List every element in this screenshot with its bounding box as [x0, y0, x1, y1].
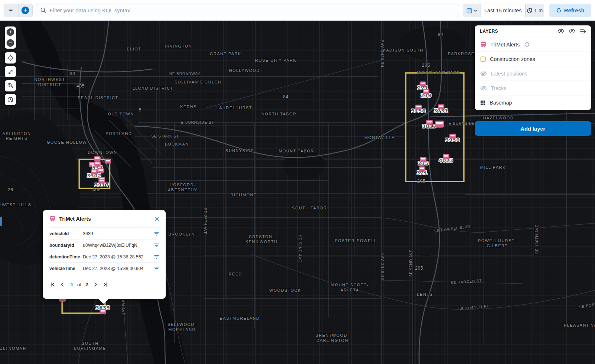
hide-all-layers-button[interactable] [558, 29, 564, 34]
eye-slash-icon [480, 86, 487, 91]
filter-button-group: + [4, 4, 33, 17]
page-of-label: of [77, 282, 81, 287]
grid-icon [480, 100, 486, 106]
collapse-panel-button[interactable] [580, 29, 586, 34]
minus-icon: − [7, 39, 14, 47]
prev-page-button[interactable] [60, 281, 65, 288]
set-view-button[interactable] [5, 52, 16, 64]
bus-marker-icon [420, 82, 426, 86]
show-all-layers-button[interactable] [569, 29, 575, 34]
eye-slash-icon [558, 29, 564, 34]
field-value: u0Whq4wBJZWj3xEIUFqN [83, 243, 154, 248]
close-icon [154, 217, 159, 221]
yellow-square-icon [480, 56, 486, 62]
vehicle-marker-3950[interactable]: 3950 [445, 134, 460, 143]
popup-field-row: boundaryIdu0Whq4wBJZWj3xEIUFqN [49, 240, 159, 251]
layer-row-latest-positions[interactable]: Latest positions [475, 66, 591, 81]
search-icon [40, 7, 46, 13]
clock-icon [525, 42, 529, 47]
layers-panel-header: LAYERS [475, 25, 591, 37]
layer-label: Tracks [491, 85, 506, 91]
vehicle-marker-235[interactable]: 235 [418, 157, 429, 166]
bus-marker-icon [420, 157, 426, 162]
time-picker: Last 15 minutes 1 m [463, 4, 544, 17]
vehicle-marker-321[interactable]: 321 [417, 167, 428, 176]
total-pages: 2 [85, 282, 88, 287]
vehicle-marker[interactable] [94, 156, 101, 161]
vehicle-marker-3917[interactable]: 3917 [94, 179, 109, 188]
layers-panel: LAYERS [475, 25, 591, 110]
field-value: 3639 [83, 231, 154, 236]
saved-query-filter-button[interactable] [4, 4, 18, 17]
layer-row-tracks[interactable]: Tracks [475, 81, 591, 95]
refresh-interval-button[interactable]: 1 m [526, 4, 544, 17]
timeslider-button[interactable] [5, 94, 16, 105]
refresh-interval-clock-icon [527, 8, 533, 13]
layer-label: Basemap [490, 100, 512, 106]
popup-rows: vehicleId3639boundaryIdu0Whq4wBJZWj3xEIU… [49, 228, 159, 274]
layer-label: TriMet Alerts [490, 42, 520, 48]
field-label: vehicleId [49, 231, 83, 236]
date-picker-button[interactable] [463, 4, 481, 17]
clock-play-icon [7, 97, 14, 103]
add-filter-button[interactable]: + [18, 4, 33, 17]
zoom-in-button[interactable]: + [5, 26, 16, 38]
vehicle-marker-3156[interactable]: 3156 [411, 105, 426, 114]
vehicle-marker-3731[interactable]: 3731 [434, 105, 448, 114]
vehicle-marker[interactable] [435, 121, 444, 128]
layer-row-trimet-alerts[interactable]: TriMet Alerts [475, 37, 591, 52]
bus-marker-icon [94, 156, 101, 161]
kql-search-input[interactable] [50, 7, 454, 13]
add-layer-button[interactable]: Add layer [475, 121, 591, 136]
wrench-icon [7, 83, 14, 89]
field-label: vehicleTime [49, 266, 83, 271]
vehicle-marker[interactable] [105, 159, 111, 164]
plus-circle-icon: + [21, 7, 29, 14]
popup-title: TriMet Alerts [59, 216, 91, 222]
first-page-button[interactable] [49, 281, 56, 288]
fullscreen-button[interactable] [5, 66, 16, 77]
zoom-control: + − [5, 26, 16, 49]
popup-close-button[interactable] [154, 217, 159, 221]
bus-marker-icon [100, 309, 106, 314]
filter-on-value-button[interactable] [154, 243, 159, 248]
filter-on-value-button[interactable] [154, 255, 159, 259]
kql-search-bar[interactable] [36, 4, 459, 17]
partial-map-marker[interactable] [0, 217, 2, 226]
chevron-down-icon [474, 9, 477, 12]
refresh-button[interactable]: Refresh [549, 4, 591, 17]
vehicle-marker-3639[interactable]: 3639 [96, 305, 110, 314]
bus-marker-icon [443, 154, 449, 159]
filter-icon [154, 255, 159, 259]
expand-icon [8, 69, 13, 75]
time-range-button[interactable]: Last 15 minutes [481, 4, 526, 17]
filter-on-value-button[interactable] [154, 232, 159, 236]
vehicle-marker-4023[interactable]: 4023 [439, 154, 453, 163]
refresh-icon [556, 8, 562, 13]
filter-icon [154, 232, 159, 236]
query-toolbar: + Last 15 minutes [0, 0, 595, 21]
bus-marker-icon [438, 105, 444, 109]
layer-label: Latest positions [491, 71, 527, 77]
vehicle-marker-3017[interactable]: 3017 [422, 120, 437, 129]
eye-icon [569, 29, 575, 34]
layer-row-construction-zones[interactable]: Construction zones [475, 52, 591, 66]
filter-icon [154, 266, 159, 271]
popup-field-row: detectionTimeDec 27, 2023 @ 15:38:28.562 [49, 251, 159, 263]
tools-button[interactable] [5, 80, 16, 91]
filter-on-value-button[interactable] [154, 266, 159, 271]
bus-marker-icon [435, 121, 444, 128]
bus-marker-icon [91, 169, 97, 174]
plus-icon: + [7, 28, 14, 36]
bus-marker-icon [98, 179, 105, 184]
next-page-button[interactable] [93, 281, 98, 288]
eye-slash-icon [480, 71, 487, 76]
bus-icon [480, 42, 486, 48]
layer-row-basemap[interactable]: Basemap [475, 95, 591, 110]
zoom-out-button[interactable]: − [5, 38, 16, 49]
last-page-button[interactable] [102, 281, 109, 288]
feature-popup: TriMet Alerts vehicleId3639boundaryIdu0W… [43, 210, 166, 299]
vehicle-marker-239[interactable]: 239 [421, 89, 432, 98]
crosshair-icon [7, 55, 14, 61]
popup-field-row: vehicleTimeDec 27, 2023 @ 15:38:00.904 [49, 263, 159, 274]
